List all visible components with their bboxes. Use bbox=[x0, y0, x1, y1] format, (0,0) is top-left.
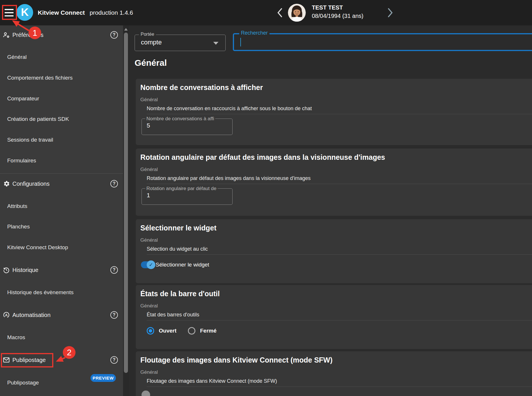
sfw-toggle[interactable] bbox=[142, 391, 150, 396]
page-title: Général bbox=[135, 58, 167, 68]
manage-accounts-icon bbox=[2, 31, 10, 39]
toolbar-state-radio-group: Ouvert Fermé bbox=[147, 327, 216, 335]
item-label: Comparateur bbox=[7, 95, 39, 102]
help-icon[interactable]: ? bbox=[110, 180, 118, 187]
divider bbox=[147, 254, 532, 255]
sidebar-section-publipostage[interactable]: Publipostage ? bbox=[0, 354, 123, 366]
sidebar-item-sessions-travail[interactable]: Sessions de travail bbox=[0, 135, 123, 145]
help-icon[interactable]: ? bbox=[110, 266, 118, 274]
setting-title: Nombre de conversations à afficher bbox=[140, 83, 263, 92]
item-label: Création de patients SDK bbox=[7, 116, 69, 122]
divider bbox=[147, 184, 532, 184]
section-label: Historique bbox=[12, 267, 38, 273]
chevron-right-icon bbox=[387, 8, 393, 18]
radio-ferme[interactable] bbox=[188, 327, 195, 335]
sidebar-item-kitview-connect-desktop[interactable]: Kitview Connect Desktop bbox=[0, 243, 123, 252]
divider bbox=[147, 320, 532, 320]
setting-title: États de la barre d'outil bbox=[140, 290, 220, 298]
sidebar-item-macros[interactable]: Macros bbox=[0, 333, 123, 342]
hamburger-bar bbox=[5, 12, 14, 13]
sidebar-item-comparateur[interactable]: Comparateur bbox=[0, 94, 123, 104]
sidebar-section-preferences[interactable]: Préférences ? bbox=[0, 29, 123, 41]
help-icon[interactable]: ? bbox=[110, 31, 118, 39]
setting-description: État des barres d'outils bbox=[147, 312, 199, 318]
setting-group: Général bbox=[140, 97, 158, 103]
divider bbox=[147, 386, 532, 387]
patient-name: TEST TEST bbox=[312, 4, 343, 11]
sidebar-section-automatisation[interactable]: A Automatisation ? bbox=[0, 309, 123, 321]
sidebar-section-historique[interactable]: Historique ? bbox=[0, 264, 123, 276]
chevron-left-icon bbox=[277, 8, 283, 18]
sidebar-item-attributs[interactable]: Attributs bbox=[0, 201, 123, 211]
radio-label: Fermé bbox=[200, 328, 216, 334]
section-label: Préférences bbox=[12, 32, 44, 38]
setting-card-rotation-angulaire: Rotation angulaire par défaut des images… bbox=[136, 149, 532, 216]
patient-avatar bbox=[288, 4, 306, 22]
help-icon[interactable]: ? bbox=[110, 356, 118, 364]
gear-icon bbox=[2, 180, 10, 188]
previous-patient-button[interactable] bbox=[277, 8, 283, 19]
mail-icon bbox=[2, 356, 10, 364]
app-header: K Kitview Connect production 1.4.6 TEST … bbox=[0, 0, 532, 25]
settings-sidebar: Préférences ? Général Comportement des f… bbox=[0, 25, 123, 396]
setting-title: Sélectionner le widget bbox=[140, 224, 216, 232]
patient-photo bbox=[288, 4, 306, 22]
item-label: Sessions de travail bbox=[7, 137, 53, 143]
section-label: Automatisation bbox=[12, 312, 50, 318]
section-label: Publipostage bbox=[12, 357, 46, 363]
scrollbar-thumb[interactable] bbox=[124, 33, 128, 373]
divider bbox=[147, 114, 532, 114]
settings-content: Portée compte Rechercher Général Nombre … bbox=[129, 25, 532, 396]
kitview-logo: K bbox=[16, 4, 33, 21]
scrollbar-up-arrow-icon[interactable] bbox=[124, 28, 128, 31]
scope-select-value: compte bbox=[141, 39, 162, 46]
sidebar-item-formulaires[interactable]: Formulaires bbox=[0, 156, 123, 166]
radio-ouvert[interactable] bbox=[147, 327, 154, 335]
setting-group: Général bbox=[140, 303, 158, 309]
rotation-default-input[interactable]: Rotation angulaire par défaut de 1 bbox=[142, 188, 233, 205]
input-label: Nombre de conversations à affi bbox=[145, 116, 215, 122]
setting-description: Floutage des images dans Kitview Connect… bbox=[147, 378, 277, 384]
item-label: Planches bbox=[7, 224, 30, 230]
svg-text:A: A bbox=[5, 313, 8, 317]
scope-select[interactable]: Portée compte bbox=[135, 35, 226, 51]
sidebar-scrollbar[interactable] bbox=[123, 25, 129, 396]
item-label: Publipostage bbox=[7, 380, 39, 386]
sidebar-item-comportement-fichiers[interactable]: Comportement des fichiers bbox=[0, 73, 123, 83]
input-label: Rotation angulaire par défaut de bbox=[145, 186, 218, 192]
setting-description: Rotation angulaire par défaut des images… bbox=[147, 175, 311, 181]
conversations-count-input[interactable]: Nombre de conversations à affi 5 bbox=[142, 119, 233, 135]
setting-card-selectionner-widget: Sélectionner le widget Général Sélection… bbox=[136, 219, 532, 283]
item-label: Général bbox=[7, 54, 27, 60]
item-label: Macros bbox=[7, 334, 25, 341]
setting-title: Floutage des images dans Kitview Connect… bbox=[140, 356, 333, 364]
automation-icon: A bbox=[2, 311, 10, 319]
input-value: 1 bbox=[147, 192, 150, 199]
sidebar-item-creation-patients-sdk[interactable]: Création de patients SDK bbox=[0, 114, 123, 124]
sidebar-divider bbox=[0, 173, 123, 174]
setting-group: Général bbox=[140, 237, 158, 243]
select-widget-toggle[interactable]: ✓ Sélectionner le widget bbox=[141, 261, 209, 268]
toggle-track: ✓ bbox=[141, 261, 154, 268]
sidebar-section-configurations[interactable]: Configurations ? bbox=[0, 178, 123, 189]
history-icon bbox=[2, 266, 10, 274]
setting-card-floutage-sfw: Floutage des images dans Kitview Connect… bbox=[136, 351, 532, 396]
hamburger-menu-icon[interactable] bbox=[5, 9, 14, 18]
sidebar-item-historique-evenements[interactable]: Historique des évènements bbox=[0, 288, 123, 297]
caret-down-icon bbox=[213, 42, 218, 45]
hamburger-bar bbox=[5, 9, 14, 10]
setting-group: Général bbox=[140, 167, 158, 172]
help-icon[interactable]: ? bbox=[110, 311, 118, 319]
next-patient-button[interactable] bbox=[387, 8, 393, 19]
sidebar-item-planches[interactable]: Planches bbox=[0, 222, 123, 232]
setting-title: Rotation angulaire par défaut des images… bbox=[140, 153, 385, 162]
input-value: 5 bbox=[147, 122, 150, 129]
item-label: Historique des évènements bbox=[7, 289, 73, 296]
patient-birthdate: 08/04/1994 (31 ans) bbox=[312, 13, 363, 19]
radio-label: Ouvert bbox=[159, 328, 176, 334]
setting-card-nombre-conversations: Nombre de conversations à afficher Génér… bbox=[136, 79, 532, 145]
sidebar-item-general[interactable]: Général bbox=[0, 52, 123, 62]
search-input[interactable]: Rechercher bbox=[233, 33, 532, 51]
setting-description: Sélection du widget au clic bbox=[147, 246, 208, 252]
preview-badge: PREVIEW bbox=[90, 374, 116, 382]
